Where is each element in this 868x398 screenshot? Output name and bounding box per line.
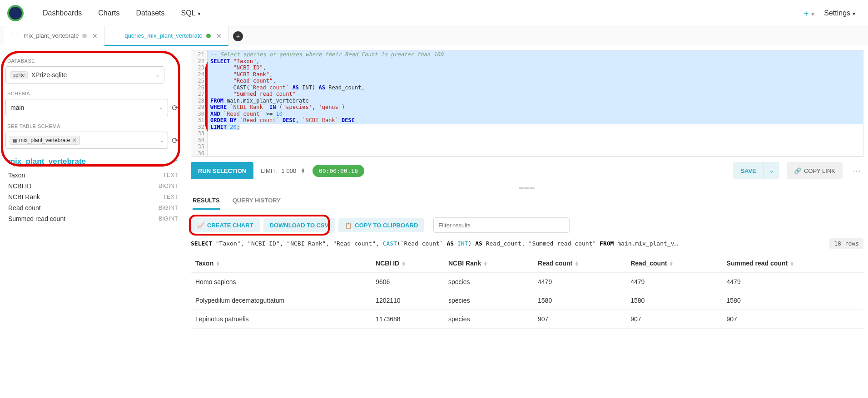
clipboard-icon: 📋 bbox=[345, 222, 352, 229]
db-engine-badge: sqlite bbox=[10, 71, 28, 79]
sort-icon: ▲▼ bbox=[401, 261, 406, 266]
sort-icon: ▲▼ bbox=[483, 261, 488, 266]
run-selection-button[interactable]: RUN SELECTION bbox=[191, 162, 253, 179]
code-area[interactable]: -- Select species or genuses where their… bbox=[208, 50, 863, 156]
sql-editor[interactable]: 21 22 23 24 25 26 27 28 29 30 31 32 33 3… bbox=[191, 50, 863, 157]
table-cell: 1580 bbox=[533, 291, 626, 310]
editor-toolbar: RUN SELECTION LIMIT: 1 000 ▲▼ 00:00:00.1… bbox=[191, 157, 863, 184]
filter-results-input[interactable] bbox=[433, 217, 570, 233]
schema-label: SCHEMA bbox=[7, 91, 179, 96]
sql-preview: SELECT "Taxon", "NCBI ID", "NCBI Rank", … bbox=[191, 240, 825, 247]
database-label: DATABASE bbox=[7, 58, 179, 64]
sort-icon: ▲▼ bbox=[574, 261, 579, 266]
nav-charts[interactable]: Charts bbox=[90, 9, 128, 17]
tab-query-history[interactable]: QUERY HISTORY bbox=[233, 192, 281, 210]
add-button[interactable]: ＋▼ bbox=[802, 8, 815, 19]
actions-row: 📈CREATE CHART DOWNLOAD TO CSV 📋COPY TO C… bbox=[191, 210, 863, 237]
close-icon[interactable]: ✕ bbox=[92, 32, 98, 39]
column-type: TEXT bbox=[163, 193, 178, 201]
table-row[interactable]: Lepinotus patruelis1173688species9079079… bbox=[191, 310, 863, 329]
nav-dashboards[interactable]: Dashboards bbox=[35, 9, 90, 17]
table-cell: 907 bbox=[533, 310, 626, 329]
table-cell: species bbox=[444, 291, 533, 310]
caret-down-icon: ▼ bbox=[852, 11, 856, 16]
link-icon: 🔗 bbox=[794, 167, 801, 174]
limit-control[interactable]: LIMIT: 1 000 ▲▼ bbox=[261, 167, 305, 174]
query-time-badge: 00:00:00.18 bbox=[312, 165, 364, 177]
copy-link-button[interactable]: 🔗COPY LINK bbox=[787, 162, 843, 179]
add-tab-button[interactable]: ＋ bbox=[233, 31, 243, 41]
drag-handle[interactable]: ▬▬▬ bbox=[191, 184, 863, 192]
column-header[interactable]: Read count▲▼ bbox=[533, 254, 626, 273]
column-header[interactable]: Read_count▲▼ bbox=[626, 254, 722, 273]
table-header-toggle[interactable]: mix_plant_vertebrate ⌃ bbox=[5, 149, 181, 170]
nav-datasets[interactable]: Datasets bbox=[128, 9, 173, 17]
tabs-bar: ⋮⋮ mix_plant_vertebrate ✕ ⋮⋮ queries_mix… bbox=[0, 26, 868, 46]
column-header[interactable]: Summed read count▲▼ bbox=[722, 254, 863, 273]
table-row[interactable]: Homo sapiens9606species447944794479 bbox=[191, 273, 863, 291]
rows-count-badge: 18 rows bbox=[829, 238, 863, 249]
chevron-up-icon: ⌃ bbox=[173, 158, 178, 165]
column-row[interactable]: Read countBIGINT bbox=[5, 202, 181, 213]
tab-label: mix_plant_vertebrate bbox=[24, 32, 79, 39]
grip-icon: ⋮⋮ bbox=[10, 33, 20, 39]
tab-queries-mix-plant[interactable]: ⋮⋮ queries_mix_plant_vertebrate ✕ bbox=[104, 26, 228, 46]
line-gutter: 21 22 23 24 25 26 27 28 29 30 31 32 33 3… bbox=[191, 50, 208, 156]
column-name: Summed read count bbox=[8, 215, 65, 222]
status-dot-icon bbox=[82, 34, 87, 38]
table-cell: 4479 bbox=[533, 273, 626, 291]
nav-sql[interactable]: SQL▼ bbox=[173, 9, 210, 17]
column-name: NCBI ID bbox=[8, 182, 31, 190]
column-row[interactable]: NCBI IDBIGINT bbox=[5, 181, 181, 192]
content: 21 22 23 24 25 26 27 28 29 30 31 32 33 3… bbox=[186, 46, 868, 398]
column-type: BIGINT bbox=[159, 182, 178, 190]
table-cell: 907 bbox=[626, 310, 722, 329]
create-chart-button[interactable]: 📈CREATE CHART bbox=[191, 218, 260, 232]
column-type: BIGINT bbox=[159, 204, 178, 211]
more-menu-icon[interactable]: ⋯ bbox=[850, 166, 863, 176]
chevron-down-icon: ⌄ bbox=[160, 138, 164, 143]
table-chip: ▦ mix_plant_vertebrate ✕ bbox=[10, 136, 80, 145]
app-logo[interactable] bbox=[7, 5, 24, 21]
refresh-icon[interactable]: ⟳ bbox=[172, 103, 181, 112]
tab-results[interactable]: RESULTS bbox=[193, 192, 220, 210]
nav-settings[interactable]: Settings▼ bbox=[824, 9, 856, 17]
chevron-down-icon: ⌄ bbox=[155, 72, 159, 78]
column-header[interactable]: Taxon▲▼ bbox=[191, 254, 371, 273]
table-cell: species bbox=[444, 310, 533, 329]
column-type: TEXT bbox=[163, 172, 178, 179]
database-select[interactable]: sqlite XPrize-sqlite ⌄ bbox=[5, 66, 164, 84]
sort-icon: ▲▼ bbox=[669, 261, 674, 266]
table-cell: Polypedilum decematoguttatum bbox=[191, 291, 371, 310]
column-header[interactable]: NCBI Rank▲▼ bbox=[444, 254, 533, 273]
column-name: Read count bbox=[8, 204, 41, 211]
column-row[interactable]: NCBI RankTEXT bbox=[5, 192, 181, 202]
column-name: Taxon bbox=[8, 172, 25, 179]
column-row[interactable]: Summed read countBIGINT bbox=[5, 213, 181, 224]
table-cell: 907 bbox=[722, 310, 863, 329]
table-cell: 1580 bbox=[722, 291, 863, 310]
refresh-icon[interactable]: ⟳ bbox=[172, 136, 181, 145]
column-name: NCBI Rank bbox=[8, 193, 40, 201]
chip-remove-icon[interactable]: ✕ bbox=[72, 137, 77, 143]
schema-select[interactable]: main ⌄ bbox=[5, 99, 168, 116]
chart-icon: 📈 bbox=[197, 222, 204, 229]
sidebar: DATABASE sqlite XPrize-sqlite ⌄ SCHEMA m… bbox=[0, 46, 186, 398]
tab-label: queries_mix_plant_vertebrate bbox=[124, 32, 202, 39]
sort-icon: ▲▼ bbox=[789, 261, 794, 266]
copy-clipboard-button[interactable]: 📋COPY TO CLIPBOARD bbox=[338, 218, 424, 232]
stepper-icon: ▲▼ bbox=[301, 168, 305, 173]
tab-mix-plant[interactable]: ⋮⋮ mix_plant_vertebrate ✕ bbox=[4, 26, 104, 46]
table-icon: ▦ bbox=[13, 138, 17, 143]
sort-icon: ▲▼ bbox=[215, 261, 220, 266]
table-cell: 9606 bbox=[371, 273, 444, 291]
save-button[interactable]: SAVE bbox=[733, 162, 764, 179]
column-row[interactable]: TaxonTEXT bbox=[5, 170, 181, 181]
save-dropdown-button[interactable]: ⌄ bbox=[764, 162, 779, 179]
download-csv-button[interactable]: DOWNLOAD TO CSV bbox=[263, 218, 335, 232]
tab-add: ＋ bbox=[228, 26, 248, 46]
column-header[interactable]: NCBI ID▲▼ bbox=[371, 254, 444, 273]
table-row[interactable]: Polypedilum decematoguttatum1202110speci… bbox=[191, 291, 863, 310]
table-select[interactable]: ▦ mix_plant_vertebrate ✕ ⌄ bbox=[5, 132, 168, 149]
close-icon[interactable]: ✕ bbox=[216, 32, 222, 39]
